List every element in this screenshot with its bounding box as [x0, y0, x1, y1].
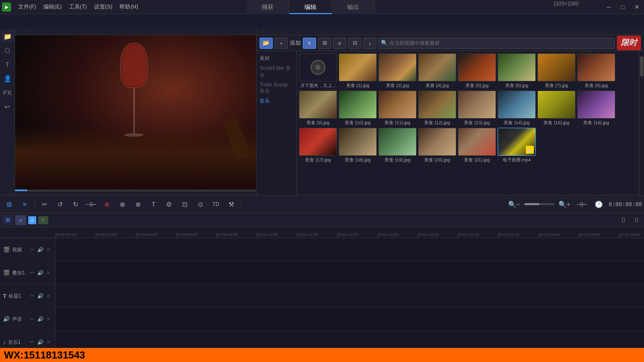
media-item-5[interactable]: 美食 (5).jpg	[458, 53, 496, 89]
media-item-1[interactable]: 才下面夹，又上...	[299, 53, 337, 89]
track-volume-3[interactable]: 🔊	[37, 293, 44, 300]
track-view-grid[interactable]: ⊞	[2, 215, 13, 225]
sort-button[interactable]: ♪	[363, 38, 376, 49]
media-item-9[interactable]: 美食 (9).jpg	[299, 90, 337, 126]
track-edit-5[interactable]: ✏	[29, 339, 36, 346]
timeline-merge-btn[interactable]: ⊗	[115, 198, 129, 211]
media-item-18[interactable]: 美食 (18).jpg	[339, 128, 377, 163]
timeline-view-btn[interactable]: ⊞	[2, 198, 16, 211]
timeline-color-btn[interactable]: ⊕	[100, 198, 114, 211]
zoom-in-btn[interactable]: 🔍+	[557, 198, 572, 211]
video-track-btn[interactable]: V	[38, 216, 48, 224]
view-grid-button[interactable]: ⊞	[318, 38, 331, 49]
track-row-3[interactable]	[55, 285, 644, 308]
media-item-2[interactable]: 美食 (1).jpg	[339, 53, 377, 89]
timeline-cut-btn[interactable]: ✂	[37, 198, 51, 211]
timeline-undo-btn[interactable]: ↺	[53, 198, 67, 211]
track-mute-3[interactable]: ✕	[45, 293, 52, 300]
preview-area[interactable]	[15, 35, 256, 190]
filter-button[interactable]: ▼	[303, 38, 316, 49]
media-item-8[interactable]: 美食 (8).jpg	[577, 53, 615, 89]
media-item-16[interactable]: 美食 (16).jpg	[577, 90, 615, 126]
sidebar-text-icon[interactable]: T	[2, 58, 14, 70]
sidebar-fx-icon[interactable]: FX	[2, 86, 14, 99]
track-content-area[interactable]	[55, 238, 644, 362]
library-scrollbar[interactable]	[639, 51, 644, 196]
sidebar-transitions-icon[interactable]: ⬡	[2, 44, 14, 56]
track-volume-4[interactable]: 🔊	[37, 316, 44, 323]
view-list-button[interactable]: ≡	[333, 38, 346, 49]
track-scroll-right[interactable]: ⟨⟩	[631, 215, 642, 225]
fit-timeline-btn[interactable]: ⊣⊢	[575, 198, 589, 211]
track-mute-1[interactable]: ✕	[45, 246, 52, 253]
track-row-4[interactable]	[55, 308, 644, 331]
preview-progress-bar[interactable]	[15, 190, 256, 191]
minimize-button[interactable]: ─	[602, 0, 616, 14]
track-edit-2[interactable]: ✏	[29, 269, 36, 277]
sidebar-media-icon[interactable]: 📁	[2, 30, 14, 42]
media-item-3[interactable]: 美食 (2).jpg	[378, 53, 417, 89]
track-view-list[interactable]: ≡	[15, 215, 26, 225]
media-item-13[interactable]: 美食 (13).jpg	[458, 90, 496, 126]
track-edit-1[interactable]: ✏	[29, 246, 36, 253]
track-volume-2[interactable]: 🔊	[37, 269, 44, 277]
media-item-20[interactable]: 美食 (20).jpg	[418, 128, 456, 163]
add-media-button[interactable]: +	[275, 38, 288, 49]
timeline-td-btn[interactable]: TD	[209, 198, 223, 211]
zoom-out-btn[interactable]: 🔍−	[507, 198, 521, 211]
timeline-markers-btn[interactable]: ⊣⊢	[84, 198, 98, 211]
timeline-text-btn[interactable]: T	[146, 198, 160, 211]
scorefilter-item[interactable]: ScoreFitter 音乐	[257, 63, 296, 80]
track-edit-3[interactable]: ✏	[29, 293, 36, 300]
menu-help[interactable]: 帮助(H)	[116, 2, 141, 12]
track-mute-5[interactable]: ✕	[45, 339, 52, 346]
media-item-12[interactable]: 美食 (12).jpg	[418, 90, 456, 126]
timeline-snap-btn[interactable]: ⊡	[178, 198, 192, 211]
tab-edit[interactable]: 编辑	[289, 0, 332, 14]
media-item-7[interactable]: 美食 (7).jpg	[537, 53, 576, 89]
timeline-link-btn[interactable]: ⊙	[193, 198, 207, 211]
sidebar-overlay-icon[interactable]: 👤	[2, 72, 14, 84]
timeline-list-btn[interactable]: ≡	[18, 198, 32, 211]
track-volume-5[interactable]: 🔊	[37, 339, 44, 346]
zoom-slider[interactable]	[524, 203, 554, 205]
track-mute-4[interactable]: ✕	[45, 316, 52, 323]
media-item-22[interactable]: ▶电子相册.mp4	[498, 128, 536, 163]
track-row-2[interactable]	[55, 261, 644, 285]
menu-settings[interactable]: 设置(S)	[91, 2, 116, 12]
close-button[interactable]: ✕	[630, 0, 644, 14]
maximize-button[interactable]: □	[616, 0, 630, 14]
media-item-19[interactable]: 美食 (19).jpg	[378, 128, 417, 163]
library-search[interactable]: 🔍	[378, 38, 615, 49]
media-item-14[interactable]: 美食 (14).jpg	[498, 90, 536, 126]
menu-tools[interactable]: 工具(T)	[66, 2, 90, 12]
timeline-fx-btn[interactable]: ⚙	[162, 198, 176, 211]
timeline-extra-btn[interactable]: ⚒	[224, 198, 238, 211]
triplescoop-item[interactable]: Triple Scoop 音乐	[257, 80, 296, 96]
media-library-button[interactable]: 📂	[260, 38, 273, 49]
audio-track-btn[interactable]: A	[28, 216, 36, 224]
library-scrollbar-thumb[interactable]	[640, 56, 643, 76]
media-item-11[interactable]: 美食 (11).jpg	[378, 90, 417, 126]
media-item-10[interactable]: 美食 (10).jpg	[339, 90, 377, 126]
media-item-4[interactable]: 美食 (4).jpg	[418, 53, 456, 89]
media-item-17[interactable]: 美食 (17).jpg	[299, 128, 337, 163]
menu-file[interactable]: 文件(F)	[15, 2, 39, 12]
tab-output[interactable]: 输出	[332, 0, 375, 14]
view-detail-button[interactable]: ⊟	[348, 38, 361, 49]
tab-capture[interactable]: 捕获	[247, 0, 289, 14]
media-item-15[interactable]: 美食 (15).jpg	[537, 90, 576, 126]
timeline-redo-btn[interactable]: ↻	[68, 198, 83, 211]
track-volume-1[interactable]: 🔊	[37, 246, 44, 253]
menu-edit[interactable]: 编辑(E)	[40, 2, 65, 12]
media-item-6[interactable]: 美食 (6).jpg	[498, 53, 536, 89]
track-row-1[interactable]	[55, 238, 644, 261]
play-icon[interactable]	[2, 3, 11, 12]
track-scroll-left[interactable]: ⟨⟩	[618, 215, 629, 225]
search-input[interactable]	[389, 40, 612, 46]
timeline-split-btn[interactable]: ⊕	[131, 198, 145, 211]
track-mute-2[interactable]: ✕	[45, 269, 52, 277]
track-edit-4[interactable]: ✏	[29, 316, 36, 323]
music-item[interactable]: 音乐	[257, 96, 296, 106]
media-item-21[interactable]: 美食 (21).jpg	[458, 128, 496, 163]
